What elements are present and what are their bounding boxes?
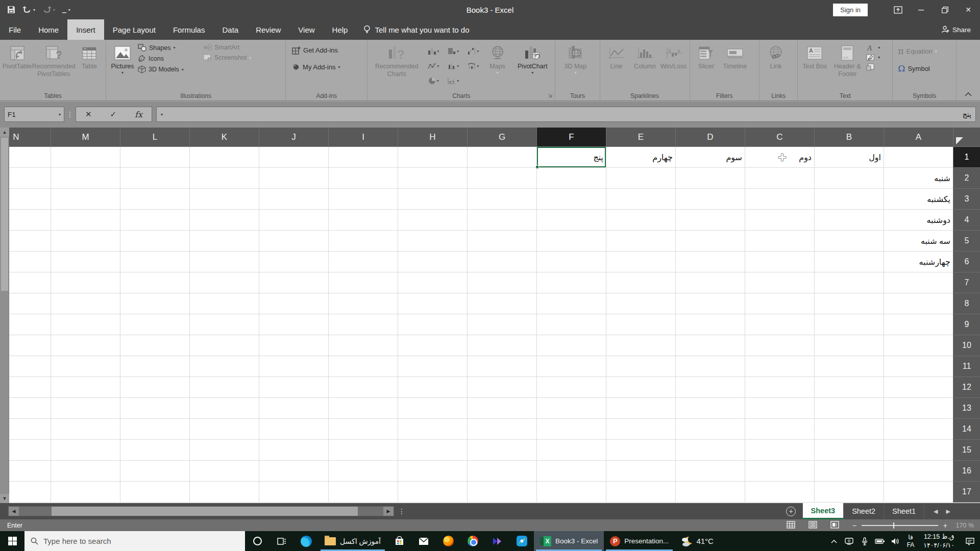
minimize-button[interactable] [910, 0, 933, 19]
tab-view[interactable]: View [289, 19, 323, 40]
mail-button[interactable] [411, 531, 436, 551]
row-header-1[interactable]: 1 [953, 147, 980, 168]
scroll-left-button[interactable]: ◀ [9, 507, 19, 516]
column-header-C[interactable]: C [745, 128, 814, 147]
recommended-pivottables-button[interactable]: ? Recommended PivotTables [32, 42, 75, 91]
cell-D8[interactable] [675, 293, 745, 314]
cell-I14[interactable] [328, 419, 398, 440]
cell-E3[interactable] [606, 189, 675, 210]
recommended-charts-button[interactable]: ? Recommended Charts [370, 42, 424, 91]
taskbar-search-input[interactable]: Type here to search [24, 531, 245, 551]
cell-I3[interactable] [328, 189, 398, 210]
cell-H3[interactable] [398, 189, 467, 210]
row-header-15[interactable]: 15 [953, 440, 980, 461]
cell-J7[interactable] [259, 272, 328, 293]
chrome-button[interactable] [460, 531, 485, 551]
cell-L5[interactable] [120, 231, 189, 252]
cell-E9[interactable] [606, 314, 675, 335]
cell-B9[interactable] [814, 314, 884, 335]
cell-H16[interactable] [398, 461, 467, 482]
row-header-11[interactable]: 11 [953, 356, 980, 377]
microphone-icon[interactable] [857, 537, 872, 545]
cell-L6[interactable] [120, 252, 189, 272]
cell-D6[interactable] [675, 252, 745, 272]
cell-M12[interactable] [51, 377, 120, 398]
row-header-7[interactable]: 7 [953, 272, 980, 293]
cell-F10[interactable] [536, 335, 606, 356]
cell-F5[interactable] [536, 231, 606, 252]
cell-D10[interactable] [675, 335, 745, 356]
header-footer-button[interactable]: Header & Footer [829, 42, 865, 91]
cell-D3[interactable] [675, 189, 745, 210]
row-header-12[interactable]: 12 [953, 377, 980, 398]
cell-C16[interactable] [745, 461, 814, 482]
cell-K7[interactable] [189, 272, 259, 293]
powerpoint-taskbar-button[interactable]: P Presentation... [604, 531, 675, 551]
cell-L17[interactable] [120, 482, 189, 503]
cell-M13[interactable] [51, 398, 120, 419]
cell-I4[interactable] [328, 210, 398, 231]
pivotchart-button[interactable]: PivotChart ▾ [512, 42, 553, 91]
new-sheet-button[interactable]: + [780, 503, 802, 519]
tab-file[interactable]: File [0, 19, 30, 40]
cell-G11[interactable] [467, 356, 536, 377]
name-box-dropdown[interactable]: ▾ [59, 112, 61, 117]
cell-H13[interactable] [398, 398, 467, 419]
kmplayer-button[interactable] [485, 531, 509, 551]
cell-K16[interactable] [189, 461, 259, 482]
show-hidden-icons-button[interactable] [826, 539, 842, 543]
cell-M11[interactable] [51, 356, 120, 377]
cell-F15[interactable] [536, 440, 606, 461]
screenshot-button[interactable]: Screenshot▾ [203, 54, 262, 61]
cell-A17[interactable] [884, 482, 953, 503]
expand-formula-bar-button[interactable]: ▾ [161, 112, 163, 117]
horizontal-scrollbar[interactable]: ◀ ▶ [8, 506, 394, 516]
smartart-button[interactable]: SmartArt [203, 44, 262, 51]
cell-I15[interactable] [328, 440, 398, 461]
cell-B6[interactable] [814, 252, 884, 272]
cell-J10[interactable] [259, 335, 328, 356]
cell-L2[interactable] [120, 168, 189, 189]
battery-icon[interactable] [872, 538, 888, 544]
cell-K6[interactable] [189, 252, 259, 272]
scroll-right-button[interactable]: ▶ [383, 507, 394, 516]
cell-J14[interactable] [259, 419, 328, 440]
cell-M7[interactable] [51, 272, 120, 293]
cell-L15[interactable] [120, 440, 189, 461]
sheet-tab-sheet1[interactable]: Sheet1 [884, 503, 924, 519]
cell-G7[interactable] [467, 272, 536, 293]
cell-J3[interactable] [259, 189, 328, 210]
sparkline-line-button[interactable]: Line [602, 42, 631, 91]
column-header-E[interactable]: E [606, 128, 675, 147]
cell-D1[interactable]: سوم [675, 147, 745, 168]
cell-A6[interactable]: چهارشنبه [884, 252, 953, 272]
row-header-8[interactable]: 8 [953, 293, 980, 314]
wordart-button[interactable]: A▾ [866, 44, 880, 52]
cell-F8[interactable] [536, 293, 606, 314]
icons-button[interactable]: Icons [138, 55, 201, 62]
cell-G2[interactable] [467, 168, 536, 189]
cell-E6[interactable] [606, 252, 675, 272]
horizontal-scroll-thumb[interactable] [52, 507, 358, 516]
cortana-button[interactable] [245, 531, 270, 551]
cell-M16[interactable] [51, 461, 120, 482]
save-button[interactable] [7, 6, 15, 14]
3d-models-button[interactable]: 3D Models▾ [138, 65, 201, 73]
cell-A16[interactable] [884, 461, 953, 482]
zoom-level[interactable]: 170 % [952, 522, 974, 529]
cell-M8[interactable] [51, 293, 120, 314]
cell-A15[interactable] [884, 440, 953, 461]
row-header-2[interactable]: 2 [953, 168, 980, 189]
excel-taskbar-button[interactable]: X Book3 - Excel [534, 531, 604, 551]
cell-G6[interactable] [467, 252, 536, 272]
cell-B16[interactable] [814, 461, 884, 482]
column-header-A[interactable]: A [884, 128, 953, 147]
cell-B11[interactable] [814, 356, 884, 377]
cell-L9[interactable] [120, 314, 189, 335]
microsoft-store-button[interactable] [387, 531, 411, 551]
cell-K12[interactable] [189, 377, 259, 398]
column-header-B[interactable]: B [814, 128, 884, 147]
cell-E12[interactable] [606, 377, 675, 398]
cell-A9[interactable] [884, 314, 953, 335]
cell-D5[interactable] [675, 231, 745, 252]
